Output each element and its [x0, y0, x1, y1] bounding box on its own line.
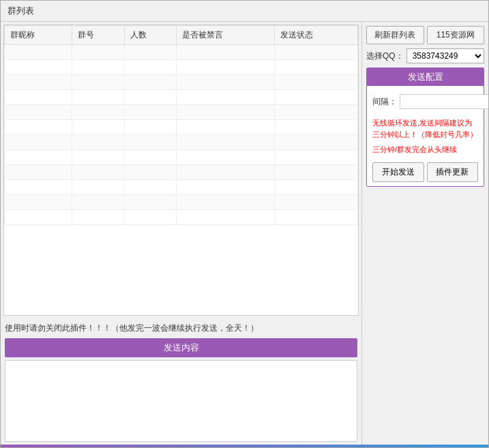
- table-row: [5, 105, 358, 120]
- table-cell: [72, 195, 125, 210]
- table-cell: [275, 60, 358, 75]
- table-cell: [275, 150, 358, 165]
- table-cell: [275, 165, 358, 180]
- table-row: [5, 60, 358, 75]
- col-muted: 是否被禁言: [177, 26, 275, 45]
- table-cell: [5, 180, 72, 195]
- table-cell: [124, 75, 177, 90]
- table-cell: [72, 150, 125, 165]
- right-top-buttons: 刷新群列表 115资源网: [366, 26, 484, 44]
- table-cell: [177, 180, 275, 195]
- table-row: [5, 150, 358, 165]
- table-container: 群昵称 群号 人数 是否被禁言 发送状态: [3, 25, 359, 316]
- warning-text: 无线循环发送,发送间隔建议为三分钟以上！（降低封号几率）: [372, 117, 478, 140]
- table-row: [5, 45, 358, 60]
- table-cell: [275, 180, 358, 195]
- table-cell: [124, 180, 177, 195]
- table-cell: [5, 210, 72, 225]
- select-qq-label: 选择QQ：: [366, 50, 404, 62]
- table-row: [5, 75, 358, 90]
- table-cell: [72, 120, 125, 135]
- table-cell: [124, 195, 177, 210]
- group-table: 群昵称 群号 人数 是否被禁言 发送状态: [4, 25, 358, 225]
- content-area: 群昵称 群号 人数 是否被禁言 发送状态 使用时请勿关闭此插件！！！（他发完一波…: [1, 22, 488, 445]
- table-cell: [177, 165, 275, 180]
- table-row: [5, 180, 358, 195]
- table-cell: [72, 105, 125, 120]
- start-button[interactable]: 开始发送: [372, 162, 424, 182]
- table-cell: [124, 60, 177, 75]
- table-cell: [177, 150, 275, 165]
- bottom-left: 使用时请勿关闭此插件！！！（他发完一波会继续执行发送，全天！） 发送内容: [1, 318, 361, 445]
- table-row: [5, 210, 358, 225]
- table-cell: [177, 195, 275, 210]
- col-status: 发送状态: [275, 26, 358, 45]
- table-cell: [124, 90, 177, 105]
- table-cell: [124, 150, 177, 165]
- table-cell: [177, 90, 275, 105]
- table-cell: [5, 195, 72, 210]
- table-cell: [275, 120, 358, 135]
- left-panel: 群昵称 群号 人数 是否被禁言 发送状态 使用时请勿关闭此插件！！！（他发完一波…: [1, 22, 362, 445]
- table-cell: [5, 45, 72, 60]
- table-row: [5, 135, 358, 150]
- table-cell: [72, 180, 125, 195]
- title-bar: 群列表: [1, 1, 488, 22]
- refresh-button[interactable]: 刷新群列表: [366, 26, 424, 44]
- send-config-box: 发送配置 间隔： 分钟 无线循环发送,发送间隔建议为三分钟以上！（降低封号几率）…: [366, 68, 484, 187]
- table-cell: [124, 165, 177, 180]
- table-cell: [72, 210, 125, 225]
- table-cell: [72, 165, 125, 180]
- resource-button[interactable]: 115资源网: [427, 26, 485, 44]
- action-buttons: 开始发送 插件更新: [372, 162, 478, 182]
- table-row: [5, 120, 358, 135]
- table-cell: [5, 105, 72, 120]
- send-config-body: 间隔： 分钟 无线循环发送,发送间隔建议为三分钟以上！（降低封号几率） 三分钟/…: [367, 86, 484, 186]
- window-title: 群列表: [8, 5, 34, 16]
- table-header-row: 群昵称 群号 人数 是否被禁言 发送状态: [5, 26, 358, 45]
- table-cell: [275, 90, 358, 105]
- send-content-header: 发送内容: [5, 338, 357, 357]
- table-cell: [5, 165, 72, 180]
- table-cell: [177, 105, 275, 120]
- table-cell: [177, 210, 275, 225]
- update-button[interactable]: 插件更新: [427, 162, 479, 182]
- table-cell: [275, 45, 358, 60]
- main-window: 群列表 群昵称 群号 人数 是否被禁言 发送状态: [0, 0, 489, 448]
- table-cell: [275, 135, 358, 150]
- table-cell: [177, 75, 275, 90]
- select-qq-row: 选择QQ： 3583743249: [366, 48, 484, 63]
- col-id: 群号: [72, 26, 125, 45]
- right-panel: 刷新群列表 115资源网 选择QQ： 3583743249 发送配置 间隔： 分…: [362, 22, 488, 445]
- table-cell: [124, 135, 177, 150]
- table-cell: [177, 45, 275, 60]
- table-cell: [275, 75, 358, 90]
- table-cell: [124, 45, 177, 60]
- interval-row: 间隔： 分钟: [372, 90, 478, 113]
- col-name: 群昵称: [5, 26, 72, 45]
- table-cell: [5, 75, 72, 90]
- interval-input[interactable]: [400, 94, 488, 109]
- select-qq-dropdown[interactable]: 3583743249: [406, 48, 484, 63]
- table-cell: [177, 60, 275, 75]
- table-cell: [72, 45, 125, 60]
- send-textarea[interactable]: [5, 360, 357, 442]
- table-cell: [275, 195, 358, 210]
- table-cell: [5, 90, 72, 105]
- table-cell: [124, 210, 177, 225]
- table-cell: [124, 105, 177, 120]
- table-cell: [72, 135, 125, 150]
- info-text: 三分钟/群发完会从头继续: [372, 144, 478, 155]
- table-cell: [275, 105, 358, 120]
- table-cell: [177, 120, 275, 135]
- table-cell: [5, 120, 72, 135]
- table-cell: [5, 60, 72, 75]
- bottom-line: [1, 445, 488, 447]
- table-cell: [124, 120, 177, 135]
- table-cell: [72, 90, 125, 105]
- table-row: [5, 165, 358, 180]
- table-cell: [5, 135, 72, 150]
- col-count: 人数: [124, 26, 177, 45]
- notice-text: 使用时请勿关闭此插件！！！（他发完一波会继续执行发送，全天！）: [5, 321, 357, 335]
- table-cell: [5, 150, 72, 165]
